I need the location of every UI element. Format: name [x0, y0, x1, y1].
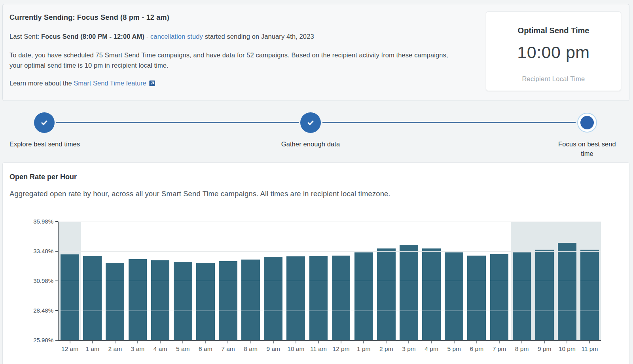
last-sent-suffix: started sending on January 4th, 2023 — [203, 33, 314, 40]
cancellation-study-link[interactable]: cancellation study — [150, 33, 203, 40]
x-tick-mark — [318, 341, 319, 343]
x-axis-cell: 4 pm — [420, 341, 443, 353]
x-axis-tick-label: 7 pm — [488, 345, 510, 353]
y-tick-mark — [55, 281, 58, 281]
x-axis-cell: 10 am — [284, 341, 307, 353]
open-rate-bar — [535, 250, 554, 341]
last-sent-prefix: Last Sent: — [9, 33, 41, 40]
x-axis-tick-label: 2 am — [104, 345, 126, 353]
x-axis-tick-label: 4 am — [149, 345, 172, 353]
x-axis-tick-label: 7 am — [217, 345, 239, 353]
x-axis-tick-label: 3 am — [126, 345, 149, 353]
open-rate-bar — [61, 254, 79, 340]
x-axis-tick-label: 12 pm — [330, 345, 353, 353]
optimal-send-time-card: Optimal Send Time 10:00 pm Recipient Loc… — [486, 11, 621, 91]
x-tick-mark — [454, 341, 455, 343]
gridline — [59, 281, 601, 281]
x-axis-cell: 4 am — [149, 341, 172, 353]
x-tick-mark — [341, 341, 341, 343]
y-axis-tick-label: 28.48% — [3, 307, 53, 314]
open-rate-bar — [422, 248, 441, 340]
x-axis-tick-label: 9 am — [262, 345, 284, 353]
open-rate-bar — [219, 261, 237, 340]
open-rate-bar — [241, 260, 260, 340]
external-link-icon[interactable] — [149, 80, 155, 88]
open-rate-bar — [264, 257, 282, 340]
x-axis-tick-label: 2 pm — [375, 345, 398, 353]
x-tick-mark — [567, 341, 567, 343]
smart-send-time-feature-link[interactable]: Smart Send Time feature — [74, 80, 146, 87]
x-axis-cell: 5 pm — [443, 341, 465, 353]
x-axis-cell: 12 am — [59, 341, 81, 353]
open-rate-bar — [467, 256, 486, 340]
step-complete-circle-1 — [34, 112, 55, 133]
step-complete-circle-2 — [300, 112, 321, 133]
current-step-dot-icon — [580, 116, 594, 129]
open-rate-panel: Open Rate per Hour Aggregated open rate … — [2, 162, 629, 364]
x-axis-cell: 8 pm — [511, 341, 533, 353]
gridline — [59, 251, 601, 252]
learn-more-line: Learn more about the Smart Send Time fea… — [9, 80, 155, 88]
open-rate-bar — [129, 259, 147, 341]
x-axis-tick-label: 11 pm — [578, 345, 601, 353]
x-axis-cell: 9 pm — [533, 341, 556, 353]
x-axis-tick-label: 1 am — [81, 345, 104, 353]
open-rate-bar — [332, 256, 351, 340]
x-axis-cell: 8 am — [239, 341, 262, 353]
open-rate-bar — [580, 250, 599, 340]
y-tick-mark — [55, 251, 58, 252]
campaign-summary-text: To date, you have scheduled 75 Smart Sen… — [9, 50, 461, 70]
x-tick-mark — [70, 341, 70, 343]
open-rate-bar — [196, 263, 215, 340]
x-axis-tick-label: 8 pm — [511, 345, 533, 353]
x-tick-mark — [115, 341, 116, 343]
open-rate-bar — [174, 262, 192, 340]
x-tick-mark — [499, 341, 500, 343]
last-sent-separator: - — [144, 33, 150, 40]
y-tick-mark — [55, 340, 58, 341]
x-tick-mark — [296, 341, 296, 343]
open-rate-bar — [286, 256, 305, 340]
x-axis-cell: 6 am — [194, 341, 217, 353]
x-tick-mark — [589, 341, 590, 343]
x-axis-tick-label: 10 am — [284, 345, 307, 353]
optimal-send-time-title: Optimal Send Time — [486, 26, 621, 35]
chart-subtitle: Aggregated open rate by hour, across all… — [9, 190, 390, 198]
x-axis-tick-label: 6 pm — [465, 345, 488, 353]
x-axis-tick-label: 12 am — [59, 345, 81, 353]
optimal-send-time-caption: Recipient Local Time — [486, 75, 621, 83]
x-tick-mark — [160, 341, 161, 343]
open-rate-bar — [445, 252, 463, 340]
x-axis-labels: 12 am1 am2 am3 am4 am5 am6 am7 am8 am9 a… — [59, 341, 601, 353]
x-axis-cell: 7 pm — [488, 341, 510, 353]
x-axis-cell: 3 pm — [398, 341, 420, 353]
open-rate-bar — [513, 252, 531, 340]
x-tick-mark — [521, 341, 522, 343]
x-axis-tick-label: 6 am — [194, 345, 217, 353]
x-tick-mark — [476, 341, 477, 343]
x-axis-cell: 11 pm — [578, 341, 601, 353]
x-tick-mark — [182, 341, 183, 343]
gridline — [59, 222, 601, 222]
x-axis-cell: 1 am — [81, 341, 104, 353]
x-axis-cell: 7 am — [217, 341, 239, 353]
x-axis-cell: 11 am — [307, 341, 330, 353]
x-axis-cell: 2 am — [104, 341, 126, 353]
step-current-circle-3 — [577, 113, 597, 133]
x-axis-tick-label: 11 am — [307, 345, 330, 353]
y-tick-mark — [55, 221, 58, 222]
step-connector-line-1 — [56, 122, 299, 123]
x-axis-cell: 3 am — [126, 341, 149, 353]
open-rate-bar — [309, 256, 328, 340]
x-axis-tick-label: 5 am — [172, 345, 194, 353]
currently-sending-panel: Currently Sending: Focus Send (8 pm - 12… — [2, 4, 629, 101]
y-axis-line — [58, 222, 59, 341]
y-axis-tick-label: 25.98% — [3, 337, 53, 343]
x-tick-mark — [227, 341, 228, 343]
open-rate-bar — [151, 260, 170, 340]
x-tick-mark — [92, 341, 93, 343]
x-axis-cell: 6 pm — [465, 341, 488, 353]
x-axis-tick-label: 3 pm — [398, 345, 420, 353]
open-rate-bar — [83, 256, 102, 340]
x-axis-tick-label: 1 pm — [353, 345, 375, 353]
